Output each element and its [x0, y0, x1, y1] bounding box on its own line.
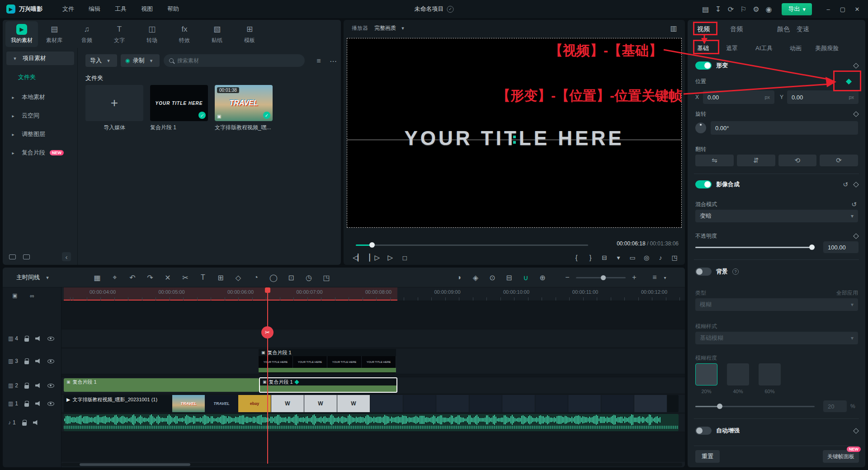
progress-knob[interactable]: [369, 242, 375, 248]
flip-horizontal-icon[interactable]: ⇋: [695, 155, 734, 166]
background-toggle[interactable]: [695, 268, 712, 276]
subtab-animation[interactable]: 动画: [790, 44, 802, 52]
keyframe-tool-icon[interactable]: ◇: [234, 273, 242, 282]
progress-track[interactable]: [356, 244, 588, 246]
compositing-keyframe-icon[interactable]: [853, 182, 859, 188]
compound-clip-tile[interactable]: YOUR TITLE HERE ✓: [150, 85, 208, 121]
undo-icon[interactable]: ↶: [128, 273, 137, 282]
opacity-slider[interactable]: [695, 244, 815, 250]
folder-icon[interactable]: [9, 254, 16, 259]
transform-toggle[interactable]: [695, 61, 712, 70]
expand-icon[interactable]: ◳: [322, 273, 330, 282]
playhead-scissors-icon[interactable]: ✂: [261, 326, 274, 338]
rotate-ccw-icon[interactable]: ⟲: [778, 155, 817, 166]
blur-level-tile-40[interactable]: [727, 363, 749, 385]
new-folder-icon[interactable]: [23, 254, 30, 259]
help-icon[interactable]: ?: [732, 268, 739, 275]
workspace-icon[interactable]: ▤: [701, 5, 709, 14]
volume-icon[interactable]: ♪: [656, 253, 665, 262]
filter-icon[interactable]: ≡: [315, 56, 323, 66]
mute-track-icon[interactable]: [35, 383, 41, 388]
subtitle-icon[interactable]: ⊟: [505, 273, 513, 282]
slider-knob[interactable]: [809, 244, 815, 250]
maximize-button[interactable]: ▢: [836, 3, 849, 15]
selection-handle[interactable]: [513, 141, 516, 144]
redo-icon[interactable]: ↷: [146, 273, 154, 282]
transform-keyframe-icon[interactable]: [853, 63, 859, 69]
track-manager[interactable]: ≡ ▾: [651, 271, 669, 284]
crop-icon[interactable]: ⊡: [287, 273, 295, 282]
scrollbar-thumb[interactable]: [80, 463, 190, 466]
rotation-knob[interactable]: [695, 122, 706, 133]
sidebar-item-compound-clip[interactable]: ▸ 复合片段 NEW: [3, 146, 77, 160]
auto-enhance-toggle[interactable]: [695, 427, 712, 435]
tab-text[interactable]: T 文字: [103, 21, 136, 47]
mute-track-icon[interactable]: [35, 358, 41, 364]
color-correction-icon[interactable]: ◑: [455, 273, 463, 282]
blur-amount-slider[interactable]: [695, 403, 815, 409]
tab-audio[interactable]: ♫ 音频: [71, 21, 103, 47]
keyframe-panel-button[interactable]: 关键帧面板: [823, 450, 859, 463]
sidebar-item-local-media[interactable]: ▸ 本地素材: [3, 90, 77, 104]
export-button[interactable]: 导出 ▾: [782, 3, 812, 15]
mark-out-icon[interactable]: }: [586, 253, 594, 262]
hide-track-icon[interactable]: [47, 359, 54, 363]
snapshot-icon[interactable]: ◎: [642, 253, 651, 262]
sidebar-project-media[interactable]: ▾ 项目素材: [6, 52, 74, 65]
lock-track-icon[interactable]: [24, 385, 29, 389]
hide-track-icon[interactable]: [47, 337, 54, 341]
record-button[interactable]: ◉ 录制 ▾: [121, 54, 160, 67]
subtab-mask[interactable]: 遮罩: [726, 44, 738, 52]
menu-item-2[interactable]: 工具: [109, 3, 132, 15]
menu-item-3[interactable]: 视图: [136, 3, 158, 15]
tab-templates[interactable]: ⊞ 模板: [233, 21, 266, 47]
background-type-dropdown[interactable]: 模糊 ▾: [695, 298, 858, 311]
video-title-text[interactable]: YOUR TITLE HERE: [347, 127, 681, 150]
next-frame-icon[interactable]: ▏▷: [369, 253, 380, 262]
sidebar-item-folder[interactable]: 文件夹: [3, 70, 77, 84]
video-media-tile[interactable]: TRAVEL 00:01:38 ▣ ✓: [215, 85, 273, 121]
tab-effects[interactable]: fx 特效: [168, 21, 201, 47]
blur-amount-value-box[interactable]: 20: [823, 400, 847, 412]
timeline-horizontal-scrollbar[interactable]: [61, 463, 682, 466]
marker-icon[interactable]: ⊕: [538, 273, 547, 282]
snap-icon[interactable]: ∪: [522, 273, 530, 282]
mask-icon[interactable]: ◯: [269, 273, 278, 282]
menu-item-0[interactable]: 文件: [57, 3, 80, 15]
zoom-out-icon[interactable]: −: [563, 273, 571, 282]
rotate-input[interactable]: 0.00°: [711, 121, 858, 135]
tab-color[interactable]: 颜色: [777, 25, 790, 33]
delete-icon[interactable]: ✕: [164, 273, 172, 282]
select-tool-icon[interactable]: ⌖: [111, 273, 119, 282]
timeline-ruler[interactable]: 00:00:04:0000:00:05:0000:00:06:0000:00:0…: [61, 287, 685, 301]
denoise-icon[interactable]: ◈: [472, 273, 480, 282]
layout-icon[interactable]: ▦: [93, 273, 101, 282]
lock-track-icon[interactable]: [22, 422, 27, 426]
search-box[interactable]: [164, 54, 305, 67]
blur-level-tile-20[interactable]: [695, 363, 717, 385]
import-button[interactable]: 导入 ▾: [85, 54, 117, 67]
blur-level-tile-60[interactable]: [759, 363, 781, 385]
import-media-tile[interactable]: +: [85, 85, 143, 121]
opacity-value-box[interactable]: 100.00: [823, 241, 859, 253]
reset-blend-icon[interactable]: ↺: [850, 200, 858, 209]
selection-handle[interactable]: [513, 136, 516, 138]
opacity-keyframe-icon[interactable]: [853, 233, 859, 239]
app-logo[interactable]: ▶ 万兴喵影: [0, 5, 49, 14]
mute-track-icon[interactable]: [33, 420, 39, 425]
clip-video-track1[interactable]: TRAVELTRAVELebayWWW ▶ 文字排版教程视频_嘿影_202310…: [64, 395, 679, 412]
zoom-knob[interactable]: [601, 275, 606, 280]
blend-mode-dropdown[interactable]: 变暗 ▾: [695, 210, 858, 222]
sidebar-item-cloud[interactable]: ▸ 云空间: [3, 109, 77, 122]
sidebar-item-adjustment-layer[interactable]: ▸ 调整图层: [3, 127, 77, 141]
close-button[interactable]: ✕: [851, 3, 863, 15]
menu-item-1[interactable]: 编辑: [83, 3, 106, 15]
notification-icon[interactable]: ⚐: [739, 5, 747, 14]
account-icon[interactable]: ◉: [764, 5, 773, 14]
tab-transitions[interactable]: ◫ 转场: [136, 21, 168, 47]
freeze-frame-icon[interactable]: ◷: [305, 273, 313, 282]
voiceover-icon[interactable]: ⊙: [488, 273, 496, 282]
video-stage[interactable]: YOUR TITLE HERE: [347, 38, 682, 228]
lock-track-icon[interactable]: [24, 403, 29, 407]
quality-dropdown[interactable]: 完整画质 ▾: [374, 24, 407, 33]
